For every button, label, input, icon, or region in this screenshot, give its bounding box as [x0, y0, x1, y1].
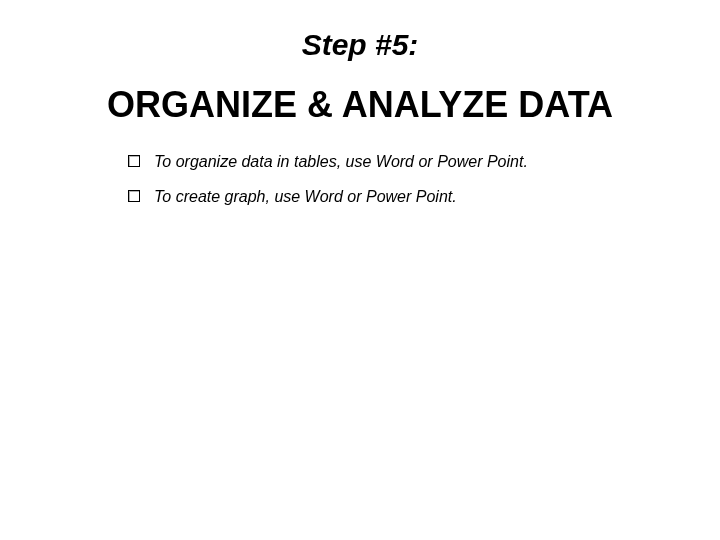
bullet-text: To organize data in tables, use Word or … [154, 152, 528, 173]
bullet-text: To create graph, use Word or Power Point… [154, 187, 457, 208]
checkbox-icon [128, 190, 140, 202]
checkbox-icon [128, 155, 140, 167]
list-item: To organize data in tables, use Word or … [128, 152, 640, 173]
page-title: ORGANIZE & ANALYZE DATA [0, 84, 720, 126]
list-item: To create graph, use Word or Power Point… [128, 187, 640, 208]
slide-container: Step #5: ORGANIZE & ANALYZE DATA To orga… [0, 0, 720, 540]
bullet-list: To organize data in tables, use Word or … [0, 152, 720, 208]
step-label: Step #5: [0, 28, 720, 62]
